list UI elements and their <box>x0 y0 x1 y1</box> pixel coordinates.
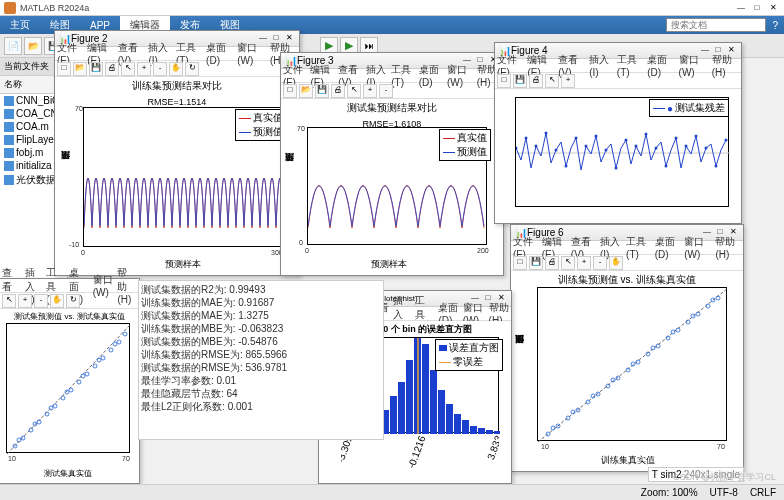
svg-point-1 <box>516 147 518 150</box>
console-line: 测试集数据的RMSE为: 536.9781 <box>141 361 381 374</box>
axes[interactable] <box>6 323 130 453</box>
new-button[interactable]: 📄 <box>4 37 22 55</box>
menu-tools[interactable]: 工具(T) <box>626 235 651 260</box>
maximize-button[interactable]: □ <box>750 2 764 14</box>
open-fig-button[interactable]: 📂 <box>299 84 313 98</box>
rotate-button[interactable]: ↻ <box>66 294 80 308</box>
save-fig-button[interactable]: 💾 <box>315 84 329 98</box>
menu-tools[interactable]: 工具(T) <box>617 53 643 78</box>
zoom-in-button[interactable]: + <box>577 256 591 270</box>
menu-desktop[interactable]: 桌面(D) <box>206 41 233 66</box>
menu-window[interactable]: 窗口(W) <box>679 53 708 78</box>
window-controls: — □ ✕ <box>734 2 780 14</box>
pointer-button[interactable]: ↖ <box>347 84 361 98</box>
figure-2-window[interactable]: 📊 Figure 2 —□✕ 文件(F) 编辑(E) 查看(V) 插入(I) 工… <box>54 30 300 276</box>
figure-6-window[interactable]: 📊 Figure 6 —□✕ 文件(F)编辑(E)查看(V)插入(I)工具(T)… <box>510 224 744 472</box>
zoom-out-button[interactable]: - <box>153 62 167 76</box>
svg-point-40 <box>706 304 710 308</box>
svg-point-93 <box>97 358 101 362</box>
figure-4-window[interactable]: 📊 Figure 4 —□✕ 文件(F)编辑(E)查看(V)插入(I)工具(T)… <box>494 42 742 224</box>
console-line: 测试集数据的R2为: 0.99493 <box>141 283 381 296</box>
zoom-in-button[interactable]: + <box>363 84 377 98</box>
pointer-button[interactable]: ↖ <box>121 62 135 76</box>
menu-window[interactable]: 窗口(W) <box>93 273 114 298</box>
svg-point-81 <box>77 380 81 384</box>
menu-insert[interactable]: 插入(I) <box>589 53 613 78</box>
new-fig-button[interactable]: □ <box>497 74 511 88</box>
svg-point-26 <box>566 416 570 420</box>
encoding[interactable]: UTF-8 <box>710 487 738 498</box>
svg-point-7 <box>575 137 578 140</box>
plot-title: 测试集预测结果对比 <box>281 99 503 117</box>
print-button[interactable]: 🖨 <box>331 84 345 98</box>
pan-button[interactable]: ✋ <box>609 256 623 270</box>
pointer-button[interactable]: ↖ <box>545 74 559 88</box>
pan-button[interactable]: ✋ <box>50 294 64 308</box>
scatter-plot <box>7 324 131 454</box>
axes[interactable] <box>537 287 727 441</box>
menu-help[interactable]: 帮助(H) <box>712 53 739 78</box>
svg-point-17 <box>675 137 678 140</box>
menu-help[interactable]: 帮助(H) <box>715 235 741 260</box>
zoom-out-button[interactable]: - <box>593 256 607 270</box>
line-ending[interactable]: CRLF <box>750 487 776 498</box>
search-input[interactable] <box>666 18 766 32</box>
save-fig-button[interactable]: 💾 <box>89 62 103 76</box>
svg-point-4 <box>545 132 548 135</box>
xtick-labels: -3.309 -0.1216 3.833 <box>341 435 499 479</box>
figure-menu: 文件(F)编辑(E)查看(V)插入(I)工具(T)桌面(D)窗口(W)帮助(H) <box>495 59 741 73</box>
plot-area: 训练集预测结果对比 RMSE=1.1514 真实值 预测值 预测结果 预测样本 … <box>55 77 299 273</box>
print-button[interactable]: 🖨 <box>105 62 119 76</box>
menu-window[interactable]: 窗口(W) <box>684 235 711 260</box>
svg-rect-64 <box>446 404 453 434</box>
help-icon[interactable]: ? <box>772 20 778 31</box>
svg-point-16 <box>665 165 668 168</box>
menu-desktop[interactable]: 桌面(D) <box>419 63 443 88</box>
console-line: 最佳隐藏层节点数: 64 <box>141 387 381 400</box>
zoom-in-button[interactable]: + <box>18 294 32 308</box>
new-fig-button[interactable]: □ <box>283 84 297 98</box>
new-fig-button[interactable]: □ <box>57 62 71 76</box>
app-titlebar: MATLAB R2024a — □ ✕ <box>0 0 784 16</box>
command-window-output[interactable]: 测试集数据的R2为: 0.99493 训练集数据的MAE为: 0.91687 测… <box>138 280 384 440</box>
open-button[interactable]: 📂 <box>24 37 42 55</box>
console-line: 测试集数据的MAE为: 1.3275 <box>141 309 381 322</box>
file-icon <box>4 96 14 106</box>
rotate-button[interactable]: ↻ <box>185 62 199 76</box>
legend[interactable]: 真实值 预测值 <box>439 129 491 161</box>
figure-3-window[interactable]: 📊 Figure 3 —□✕ 文件(F) 编辑(E) 查看(V) 插入(I) 工… <box>280 52 504 276</box>
save-fig-button[interactable]: 💾 <box>529 256 543 270</box>
pointer-button[interactable]: ↖ <box>561 256 575 270</box>
zoom-in-button[interactable]: + <box>561 74 575 88</box>
menu-help[interactable]: 帮助(H) <box>117 266 137 305</box>
svg-point-79 <box>61 396 65 400</box>
svg-point-87 <box>123 332 127 336</box>
menu-window[interactable]: 窗口(W) <box>237 41 266 66</box>
legend[interactable]: 误差直方图 零误差 <box>435 339 503 371</box>
menu-tools[interactable]: 工具(T) <box>391 63 414 88</box>
zoom-out-button[interactable]: - <box>34 294 48 308</box>
pan-button[interactable]: ✋ <box>169 62 183 76</box>
pointer-button[interactable]: ↖ <box>2 294 16 308</box>
ribbon-tab-home[interactable]: 主页 <box>0 16 40 34</box>
open-fig-button[interactable]: 📂 <box>73 62 87 76</box>
menu-desktop[interactable]: 桌面(D) <box>655 235 681 260</box>
print-button[interactable]: 🖨 <box>529 74 543 88</box>
print-button[interactable]: 🖨 <box>545 256 559 270</box>
menu-window[interactable]: 窗口(W) <box>447 63 473 88</box>
svg-point-5 <box>555 149 558 152</box>
menu-desktop[interactable]: 桌面(D) <box>647 53 674 78</box>
minimize-button[interactable]: — <box>734 2 748 14</box>
console-line: 训练集数据的RMSE为: 865.5966 <box>141 348 381 361</box>
legend[interactable]: ●测试集残差 <box>649 99 729 117</box>
close-button[interactable]: ✕ <box>766 2 780 14</box>
scatter-test-window[interactable]: 查看(V)插入(I)工具(T)桌面(D)窗口(W)帮助(H) ↖+-✋↻ 测试集… <box>0 278 140 484</box>
save-fig-button[interactable]: 💾 <box>513 74 527 88</box>
console-line: 训练集数据的MAE为: 0.91687 <box>141 296 381 309</box>
file-icon <box>4 122 14 132</box>
zoom-in-button[interactable]: + <box>137 62 151 76</box>
new-fig-button[interactable]: □ <box>513 256 527 270</box>
zoom-out-button[interactable]: - <box>379 84 393 98</box>
figure-menu: 文件(F) 编辑(E) 查看(V) 插入(I) 工具(T) 桌面(D) 窗口(W… <box>281 69 503 83</box>
zoom-level[interactable]: Zoom: 100% <box>641 487 698 498</box>
